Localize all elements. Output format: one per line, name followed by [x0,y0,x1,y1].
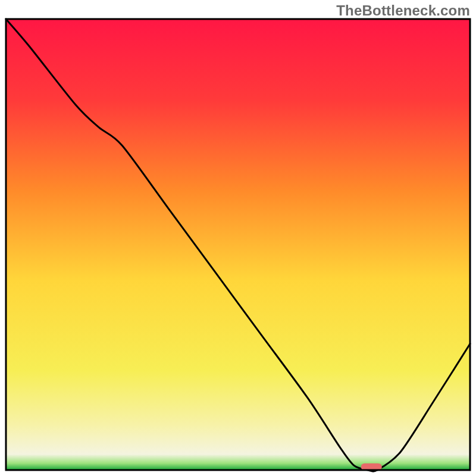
watermark-label: TheBottleneck.com [336,2,470,19]
chart-frame: TheBottleneck.com [0,0,476,476]
gradient-background [6,19,470,470]
bottleneck-chart [0,0,476,476]
